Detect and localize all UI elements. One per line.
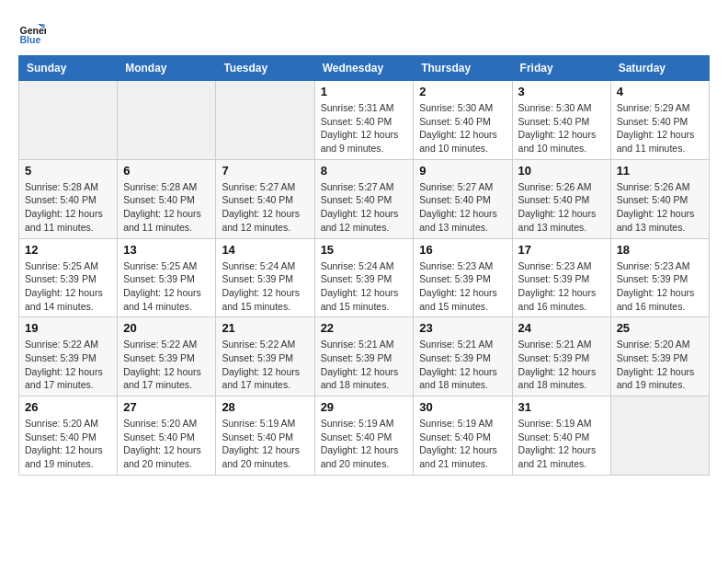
day-info: Sunrise: 5:30 AM Sunset: 5:40 PM Dayligh…	[518, 101, 605, 155]
calendar-week-row: 19Sunrise: 5:22 AM Sunset: 5:39 PM Dayli…	[19, 317, 710, 396]
day-info: Sunrise: 5:31 AM Sunset: 5:40 PM Dayligh…	[321, 101, 408, 155]
day-info: Sunrise: 5:19 AM Sunset: 5:40 PM Dayligh…	[518, 417, 605, 471]
day-number: 19	[25, 321, 111, 335]
calendar-day-cell: 16Sunrise: 5:23 AM Sunset: 5:39 PM Dayli…	[414, 238, 512, 317]
calendar-day-cell: 20Sunrise: 5:22 AM Sunset: 5:39 PM Dayli…	[118, 317, 216, 396]
day-info: Sunrise: 5:29 AM Sunset: 5:40 PM Dayligh…	[617, 101, 703, 155]
weekday-header-wednesday: Wednesday	[314, 56, 414, 81]
day-info: Sunrise: 5:26 AM Sunset: 5:40 PM Dayligh…	[518, 180, 605, 235]
calendar-day-cell: 6Sunrise: 5:28 AM Sunset: 5:40 PM Daylig…	[118, 159, 216, 238]
calendar-day-cell	[19, 81, 118, 160]
weekday-header-friday: Friday	[512, 56, 610, 81]
logo: General Blue	[18, 18, 46, 46]
weekday-header-sunday: Sunday	[19, 56, 118, 81]
day-info: Sunrise: 5:26 AM Sunset: 5:40 PM Dayligh…	[617, 180, 703, 235]
day-number: 3	[518, 85, 605, 98]
calendar-day-cell: 2Sunrise: 5:30 AM Sunset: 5:40 PM Daylig…	[414, 81, 512, 160]
day-info: Sunrise: 5:21 AM Sunset: 5:39 PM Dayligh…	[518, 338, 605, 392]
day-number: 26	[25, 400, 111, 414]
day-info: Sunrise: 5:23 AM Sunset: 5:39 PM Dayligh…	[518, 259, 605, 314]
day-info: Sunrise: 5:19 AM Sunset: 5:40 PM Dayligh…	[222, 417, 308, 471]
day-number: 4	[617, 85, 703, 98]
calendar-day-cell: 11Sunrise: 5:26 AM Sunset: 5:40 PM Dayli…	[610, 159, 709, 238]
day-info: Sunrise: 5:25 AM Sunset: 5:39 PM Dayligh…	[123, 259, 210, 314]
day-info: Sunrise: 5:24 AM Sunset: 5:39 PM Dayligh…	[321, 259, 408, 314]
day-info: Sunrise: 5:21 AM Sunset: 5:39 PM Dayligh…	[321, 338, 408, 392]
calendar-day-cell: 4Sunrise: 5:29 AM Sunset: 5:40 PM Daylig…	[610, 81, 709, 160]
calendar-day-cell: 17Sunrise: 5:23 AM Sunset: 5:39 PM Dayli…	[512, 238, 610, 317]
day-info: Sunrise: 5:28 AM Sunset: 5:40 PM Dayligh…	[123, 180, 210, 235]
day-number: 8	[321, 164, 408, 178]
day-number: 2	[419, 85, 506, 98]
calendar-day-cell: 10Sunrise: 5:26 AM Sunset: 5:40 PM Dayli…	[512, 159, 610, 238]
day-number: 13	[123, 243, 210, 257]
day-info: Sunrise: 5:22 AM Sunset: 5:39 PM Dayligh…	[222, 338, 308, 392]
day-number: 7	[222, 164, 308, 178]
calendar-day-cell: 21Sunrise: 5:22 AM Sunset: 5:39 PM Dayli…	[216, 317, 314, 396]
calendar-day-cell: 26Sunrise: 5:20 AM Sunset: 5:40 PM Dayli…	[19, 396, 118, 476]
calendar-day-cell	[216, 81, 314, 160]
weekday-header-saturday: Saturday	[610, 56, 709, 81]
calendar-day-cell: 27Sunrise: 5:20 AM Sunset: 5:40 PM Dayli…	[118, 396, 216, 476]
calendar-day-cell: 7Sunrise: 5:27 AM Sunset: 5:40 PM Daylig…	[216, 159, 314, 238]
day-number: 27	[123, 400, 210, 414]
day-info: Sunrise: 5:20 AM Sunset: 5:40 PM Dayligh…	[25, 417, 111, 471]
day-number: 31	[518, 400, 605, 414]
weekday-header-row: SundayMondayTuesdayWednesdayThursdayFrid…	[19, 56, 710, 81]
day-info: Sunrise: 5:27 AM Sunset: 5:40 PM Dayligh…	[222, 180, 308, 235]
day-info: Sunrise: 5:20 AM Sunset: 5:39 PM Dayligh…	[617, 338, 703, 392]
calendar-day-cell: 25Sunrise: 5:20 AM Sunset: 5:39 PM Dayli…	[610, 317, 709, 396]
calendar-week-row: 12Sunrise: 5:25 AM Sunset: 5:39 PM Dayli…	[19, 238, 710, 317]
calendar-day-cell: 19Sunrise: 5:22 AM Sunset: 5:39 PM Dayli…	[19, 317, 118, 396]
day-info: Sunrise: 5:28 AM Sunset: 5:40 PM Dayligh…	[25, 180, 111, 235]
day-info: Sunrise: 5:22 AM Sunset: 5:39 PM Dayligh…	[25, 338, 111, 392]
day-number: 5	[25, 164, 111, 178]
day-info: Sunrise: 5:23 AM Sunset: 5:39 PM Dayligh…	[617, 259, 703, 314]
day-number: 28	[222, 400, 308, 414]
day-number: 11	[617, 164, 703, 178]
calendar-day-cell: 30Sunrise: 5:19 AM Sunset: 5:40 PM Dayli…	[414, 396, 512, 476]
calendar-day-cell: 22Sunrise: 5:21 AM Sunset: 5:39 PM Dayli…	[314, 317, 414, 396]
day-number: 25	[617, 321, 703, 335]
day-info: Sunrise: 5:27 AM Sunset: 5:40 PM Dayligh…	[321, 180, 408, 235]
calendar-day-cell: 28Sunrise: 5:19 AM Sunset: 5:40 PM Dayli…	[216, 396, 314, 476]
day-number: 16	[419, 243, 506, 257]
day-info: Sunrise: 5:20 AM Sunset: 5:40 PM Dayligh…	[123, 417, 210, 471]
calendar-week-row: 1Sunrise: 5:31 AM Sunset: 5:40 PM Daylig…	[19, 81, 710, 160]
calendar-day-cell: 23Sunrise: 5:21 AM Sunset: 5:39 PM Dayli…	[414, 317, 512, 396]
weekday-header-thursday: Thursday	[414, 56, 512, 81]
calendar-day-cell: 31Sunrise: 5:19 AM Sunset: 5:40 PM Dayli…	[512, 396, 610, 476]
calendar-day-cell: 1Sunrise: 5:31 AM Sunset: 5:40 PM Daylig…	[314, 81, 414, 160]
day-number: 24	[518, 321, 605, 335]
calendar-day-cell: 3Sunrise: 5:30 AM Sunset: 5:40 PM Daylig…	[512, 81, 610, 160]
day-number: 21	[222, 321, 308, 335]
calendar-day-cell: 24Sunrise: 5:21 AM Sunset: 5:39 PM Dayli…	[512, 317, 610, 396]
weekday-header-tuesday: Tuesday	[216, 56, 314, 81]
day-info: Sunrise: 5:19 AM Sunset: 5:40 PM Dayligh…	[321, 417, 408, 471]
day-info: Sunrise: 5:25 AM Sunset: 5:39 PM Dayligh…	[25, 259, 111, 314]
calendar-day-cell: 12Sunrise: 5:25 AM Sunset: 5:39 PM Dayli…	[19, 238, 118, 317]
day-number: 6	[123, 164, 210, 178]
day-number: 23	[419, 321, 506, 335]
day-number: 15	[321, 243, 408, 257]
calendar-week-row: 5Sunrise: 5:28 AM Sunset: 5:40 PM Daylig…	[19, 159, 710, 238]
day-info: Sunrise: 5:19 AM Sunset: 5:40 PM Dayligh…	[419, 417, 506, 471]
logo-icon: General Blue	[18, 18, 46, 46]
calendar-day-cell: 5Sunrise: 5:28 AM Sunset: 5:40 PM Daylig…	[19, 159, 118, 238]
day-number: 9	[419, 164, 506, 178]
day-number: 30	[419, 400, 506, 414]
calendar-day-cell: 9Sunrise: 5:27 AM Sunset: 5:40 PM Daylig…	[414, 159, 512, 238]
day-info: Sunrise: 5:30 AM Sunset: 5:40 PM Dayligh…	[419, 101, 506, 155]
day-info: Sunrise: 5:22 AM Sunset: 5:39 PM Dayligh…	[123, 338, 210, 392]
calendar-day-cell: 13Sunrise: 5:25 AM Sunset: 5:39 PM Dayli…	[118, 238, 216, 317]
day-number: 17	[518, 243, 605, 257]
day-number: 1	[321, 85, 408, 98]
page-header: General Blue	[18, 18, 710, 46]
svg-text:Blue: Blue	[20, 34, 41, 45]
calendar-week-row: 26Sunrise: 5:20 AM Sunset: 5:40 PM Dayli…	[19, 396, 710, 476]
calendar-day-cell: 29Sunrise: 5:19 AM Sunset: 5:40 PM Dayli…	[314, 396, 414, 476]
day-number: 12	[25, 243, 111, 257]
weekday-header-monday: Monday	[118, 56, 216, 81]
calendar-day-cell: 8Sunrise: 5:27 AM Sunset: 5:40 PM Daylig…	[314, 159, 414, 238]
calendar-day-cell: 14Sunrise: 5:24 AM Sunset: 5:39 PM Dayli…	[216, 238, 314, 317]
